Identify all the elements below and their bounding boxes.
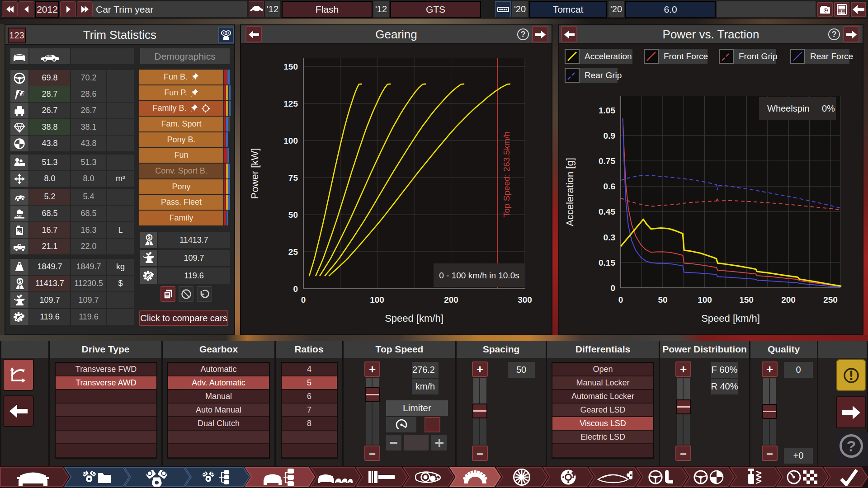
svg-text:50: 50 <box>658 295 667 305</box>
svg-text:Acceleration [g]: Acceleration [g] <box>564 158 576 226</box>
svg-text:300: 300 <box>518 295 532 305</box>
svg-text:250: 250 <box>823 295 838 305</box>
svg-text:0.9: 0.9 <box>604 131 615 141</box>
svg-text:100: 100 <box>370 295 384 305</box>
svg-text:0.6: 0.6 <box>604 182 615 191</box>
svg-text:100: 100 <box>698 295 712 305</box>
svg-text:0: 0 <box>618 295 623 305</box>
svg-text:0.3: 0.3 <box>604 233 615 242</box>
svg-text:Speed [km/h]: Speed [km/h] <box>385 313 443 324</box>
svg-text:0.45: 0.45 <box>599 207 615 216</box>
svg-text:$: $ <box>19 278 21 284</box>
svg-text:25: 25 <box>288 247 298 257</box>
svg-text:0: 0 <box>293 284 298 294</box>
svg-text:150: 150 <box>739 295 754 305</box>
svg-text:Top Speed: 263.5km/h: Top Speed: 263.5km/h <box>502 131 511 217</box>
svg-text:0 - 100 km/h in 10.0s: 0 - 100 km/h in 10.0s <box>439 271 519 280</box>
svg-text:$: $ <box>148 235 151 240</box>
svg-text:0%: 0% <box>822 103 835 113</box>
svg-text:125: 125 <box>283 99 298 108</box>
svg-text:200: 200 <box>781 295 796 305</box>
svg-text:50: 50 <box>288 210 298 220</box>
svg-text:75: 75 <box>288 173 298 183</box>
svg-text:100: 100 <box>283 136 298 145</box>
svg-text:0.75: 0.75 <box>599 156 615 166</box>
svg-text:Speed [km/h]: Speed [km/h] <box>701 313 760 324</box>
svg-text:0.15: 0.15 <box>599 258 615 267</box>
svg-text:150: 150 <box>283 62 298 71</box>
svg-text:0: 0 <box>301 295 306 305</box>
svg-text:1.05: 1.05 <box>599 106 615 115</box>
svg-text:200: 200 <box>444 295 458 305</box>
svg-text:Power [kW]: Power [kW] <box>249 148 260 199</box>
svg-text:0: 0 <box>610 283 615 293</box>
svg-text:Wheelspin: Wheelspin <box>767 103 809 113</box>
